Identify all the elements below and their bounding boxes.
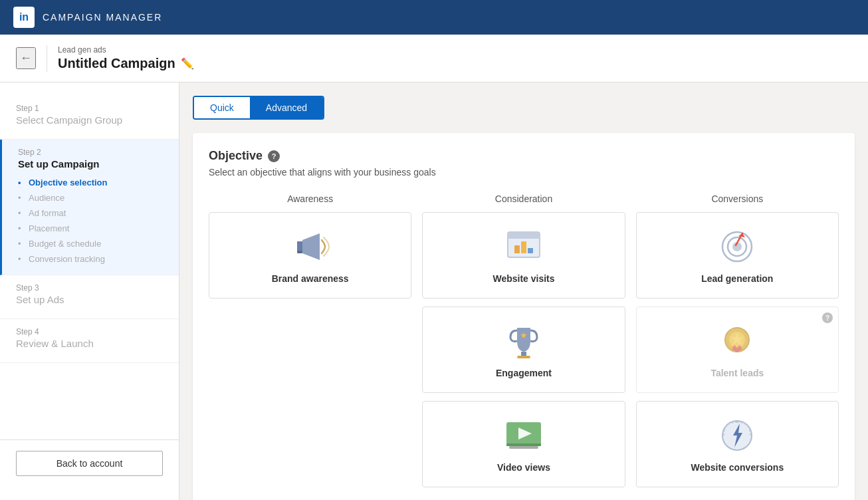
sidebar: Step 1 Select Campaign Group Step 2 Set … bbox=[0, 82, 179, 500]
svg-rect-6 bbox=[514, 245, 520, 253]
objective-section: Objective ? Select an objective that ali… bbox=[193, 133, 855, 500]
tab-quick[interactable]: Quick bbox=[194, 97, 250, 118]
conversions-tiles: Lead generation ? bbox=[636, 212, 839, 487]
step-4-title: Review & Launch bbox=[16, 338, 163, 349]
app-title: CAMPAIGN MANAGER bbox=[43, 12, 162, 23]
lead-generation-label: Lead generation bbox=[701, 273, 773, 284]
campaign-header: ← Lead gen ads Untitled Campaign ✏️ bbox=[0, 35, 868, 82]
talent-leads-icon bbox=[717, 321, 757, 361]
website-conversions-label: Website conversions bbox=[691, 462, 784, 473]
sidebar-item-ad-format[interactable]: Ad format bbox=[18, 205, 163, 221]
conversions-header: Conversions bbox=[636, 193, 839, 204]
talent-leads-label: Talent leads bbox=[710, 368, 764, 378]
consideration-header: Consideration bbox=[422, 193, 625, 204]
campaign-info: Lead gen ads Untitled Campaign ✏️ bbox=[58, 45, 194, 71]
website-visits-label: Website visits bbox=[492, 273, 554, 284]
tab-advanced[interactable]: Advanced bbox=[250, 97, 323, 118]
sidebar-item-budget-schedule[interactable]: Budget & schedule bbox=[18, 236, 163, 251]
website-visits-icon bbox=[504, 227, 544, 267]
conversions-column: Conversions bbox=[636, 193, 839, 487]
edit-campaign-icon[interactable]: ✏️ bbox=[181, 57, 194, 70]
back-btn-container: Back to account bbox=[0, 439, 179, 487]
tab-switcher: Quick Advanced bbox=[193, 96, 324, 120]
tile-engagement[interactable]: Engagement bbox=[422, 307, 625, 393]
step-3-number: Step 3 bbox=[16, 283, 163, 293]
objective-subtitle: Select an objective that aligns with you… bbox=[209, 167, 839, 178]
website-conversions-icon bbox=[717, 416, 757, 455]
video-views-icon bbox=[504, 416, 544, 455]
step-3-title: Set up Ads bbox=[16, 294, 163, 305]
svg-rect-5 bbox=[508, 236, 540, 239]
awareness-column: Awareness bbox=[209, 193, 411, 487]
svg-marker-1 bbox=[302, 233, 320, 260]
svg-rect-8 bbox=[528, 248, 533, 253]
brand-awareness-icon bbox=[290, 227, 330, 267]
tile-video-views[interactable]: Video views bbox=[422, 401, 625, 487]
top-navigation: in CAMPAIGN MANAGER bbox=[0, 0, 868, 35]
header-divider bbox=[47, 45, 47, 72]
engagement-label: Engagement bbox=[496, 368, 552, 378]
lead-generation-icon bbox=[717, 227, 757, 267]
sidebar-step-2: Step 2 Set up Campaign Objective selecti… bbox=[0, 140, 179, 275]
awareness-tiles: Brand awareness bbox=[209, 212, 411, 299]
objective-header: Objective ? bbox=[209, 149, 839, 163]
step-2-number: Step 2 bbox=[18, 148, 163, 157]
tile-website-visits[interactable]: Website visits bbox=[422, 212, 625, 299]
consideration-column: Consideration bbox=[422, 193, 625, 487]
objective-title: Objective bbox=[209, 149, 263, 163]
sidebar-step-4: Step 4 Review & Launch bbox=[0, 319, 179, 363]
campaign-type-label: Lead gen ads bbox=[58, 45, 194, 55]
svg-rect-2 bbox=[297, 251, 302, 253]
tile-talent-leads: ? bbox=[636, 307, 839, 393]
engagement-icon bbox=[504, 321, 544, 361]
svg-rect-9 bbox=[521, 352, 526, 356]
svg-rect-15 bbox=[509, 446, 538, 449]
sidebar-step-3: Step 3 Set up Ads bbox=[0, 275, 179, 319]
objective-help-icon[interactable]: ? bbox=[268, 150, 280, 162]
svg-rect-10 bbox=[517, 356, 530, 358]
step-1-number: Step 1 bbox=[16, 104, 163, 113]
tile-lead-generation[interactable]: Lead generation bbox=[636, 212, 839, 299]
step-4-number: Step 4 bbox=[16, 327, 163, 336]
step-2-items: Objective selection Audience Ad format P… bbox=[18, 175, 163, 267]
sidebar-item-objective-selection[interactable]: Objective selection bbox=[18, 175, 163, 190]
svg-rect-7 bbox=[521, 241, 526, 253]
tile-website-conversions[interactable]: Website conversions bbox=[636, 401, 839, 487]
video-views-label: Video views bbox=[497, 462, 550, 473]
svg-rect-14 bbox=[506, 443, 541, 446]
sidebar-item-audience[interactable]: Audience bbox=[18, 190, 163, 205]
step-1-title: Select Campaign Group bbox=[16, 114, 163, 126]
sidebar-item-conversion-tracking[interactable]: Conversion tracking bbox=[18, 251, 163, 267]
svg-marker-0 bbox=[297, 241, 302, 252]
consideration-tiles: Website visits bbox=[422, 212, 625, 487]
brand-awareness-label: Brand awareness bbox=[272, 273, 349, 284]
linkedin-logo: in bbox=[13, 7, 35, 28]
talent-leads-help-icon[interactable]: ? bbox=[822, 312, 833, 323]
back-button[interactable]: ← bbox=[16, 47, 36, 69]
campaign-name: Untitled Campaign bbox=[58, 56, 175, 71]
sidebar-step-1: Step 1 Select Campaign Group bbox=[0, 96, 179, 140]
main-layout: Step 1 Select Campaign Group Step 2 Set … bbox=[0, 82, 868, 500]
step-2-title: Set up Campaign bbox=[18, 158, 163, 170]
tile-brand-awareness[interactable]: Brand awareness bbox=[209, 212, 411, 299]
objectives-grid: Awareness bbox=[209, 193, 839, 487]
content-area: Quick Advanced Objective ? Select an obj… bbox=[179, 82, 868, 500]
back-to-account-button[interactable]: Back to account bbox=[16, 451, 163, 476]
awareness-header: Awareness bbox=[209, 193, 411, 204]
sidebar-item-placement[interactable]: Placement bbox=[18, 221, 163, 236]
